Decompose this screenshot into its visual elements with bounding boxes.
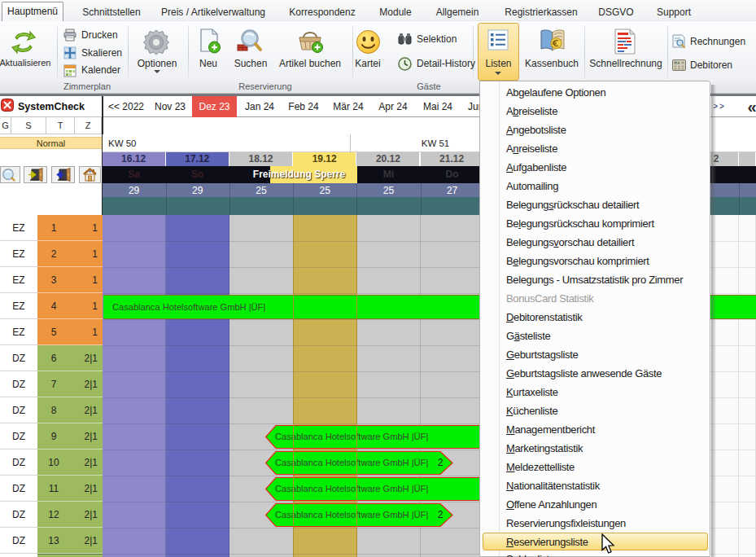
svg-text:CASH: CASH <box>675 61 681 64</box>
